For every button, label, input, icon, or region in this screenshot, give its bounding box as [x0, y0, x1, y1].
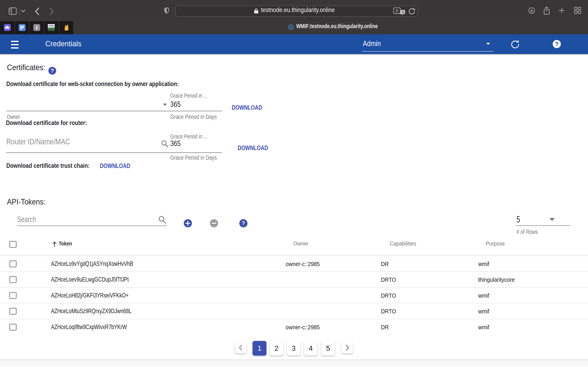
svg-text:A: A — [396, 8, 398, 13]
svg-text:USDA: USDA — [48, 25, 54, 27]
svg-text:文: 文 — [402, 11, 405, 14]
